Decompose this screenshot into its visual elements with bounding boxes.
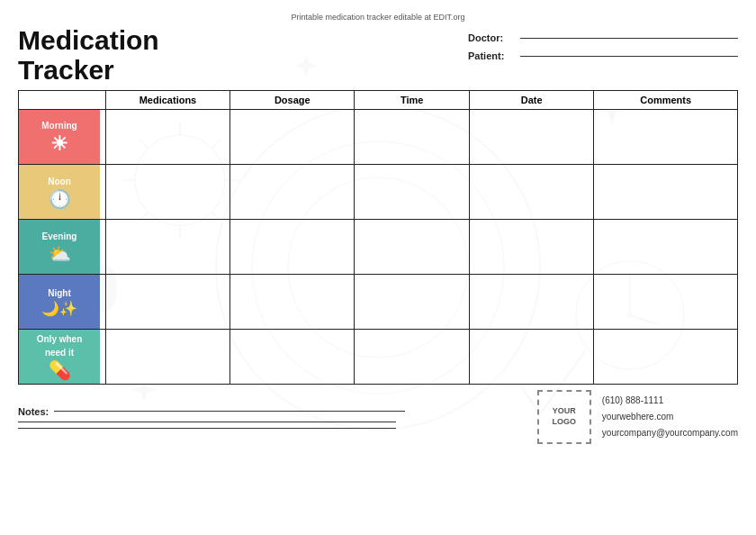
notes-section: Notes: (18, 406, 537, 429)
header-time: Time (355, 91, 470, 110)
time-icon-morning: ☀ (50, 134, 68, 154)
time-icon-noon: 🕛 (49, 190, 71, 208)
doctor-patient-section: Doctor: Patient: (468, 25, 738, 61)
data-cell-morning-0 (105, 110, 230, 165)
time-label-evening: Evening ⛅ (19, 220, 100, 274)
patient-row: Patient: (468, 50, 738, 61)
data-cell-evening-3 (470, 220, 594, 275)
contact-phone: (610) 888-1111 (602, 393, 738, 409)
data-cell-noon-3 (470, 165, 594, 220)
notes-first-line (54, 411, 405, 412)
header-date: Date (470, 91, 594, 110)
data-cell-only-when-2 (355, 330, 470, 385)
time-icon-night: 🌙✨ (41, 302, 77, 316)
patient-label: Patient: (468, 50, 513, 61)
logo-text-line1: YOUR (553, 406, 576, 417)
title-block: MedicationTracker (18, 25, 159, 85)
data-cell-noon-0 (105, 165, 230, 220)
time-name-night: Night (48, 288, 71, 298)
patient-line (520, 56, 738, 57)
time-name-morning: Morning (41, 121, 76, 131)
notes-extra-lines (18, 422, 537, 429)
doctor-row: Doctor: (468, 32, 738, 43)
data-cell-morning-2 (355, 110, 470, 165)
header-comments: Comments (594, 91, 738, 110)
doctor-line (520, 38, 738, 39)
time-cell-only-when: Only when need it 💊 (19, 330, 106, 385)
data-cell-noon-1 (230, 165, 355, 220)
page-title: MedicationTracker (18, 25, 159, 85)
time-cell-noon: Noon 🕛 (19, 165, 106, 220)
time-label-morning: Morning ☀ (19, 110, 100, 164)
contact-email: yourcompany@yourcompany.com (602, 425, 738, 441)
data-cell-evening-0 (105, 220, 230, 275)
logo-contact: YOUR LOGO (610) 888-1111 yourwebhere.com… (537, 390, 738, 444)
contact-website: yourwebhere.com (602, 409, 738, 425)
data-cell-noon-4 (594, 165, 738, 220)
contact-info: (610) 888-1111 yourwebhere.com yourcompa… (602, 393, 738, 441)
time-label-noon: Noon 🕛 (19, 165, 100, 219)
data-cell-evening-1 (230, 220, 355, 275)
data-cell-evening-2 (355, 220, 470, 275)
time-name-noon: Noon (48, 177, 71, 186)
data-cell-only-when-0 (105, 330, 230, 385)
header-dosage: Dosage (230, 91, 355, 110)
notes-line-2 (18, 422, 396, 422)
header-empty (19, 91, 106, 110)
footer: Notes: YOUR LOGO (610) 888-1111 yourwebh… (18, 390, 738, 444)
time-label-night: Night 🌙✨ (19, 275, 100, 329)
data-cell-morning-1 (230, 110, 355, 165)
time-label-only-when: Only when need it 💊 (19, 330, 100, 384)
notes-line-3 (18, 428, 396, 429)
notes-label-row: Notes: (18, 406, 537, 417)
data-cell-noon-2 (355, 165, 470, 220)
header-medications: Medications (105, 91, 230, 110)
data-cell-night-0 (105, 275, 230, 330)
time-cell-night: Night 🌙✨ (19, 275, 106, 330)
time-name-evening: Evening (42, 231, 77, 241)
doctor-label: Doctor: (468, 32, 513, 43)
logo-text-line2: LOGO (553, 417, 577, 428)
data-cell-only-when-3 (470, 330, 594, 385)
header-row: MedicationTracker Doctor: Patient: (18, 25, 738, 85)
data-cell-night-3 (470, 275, 594, 330)
data-cell-night-2 (355, 275, 470, 330)
time-icon-only-when: 💊 (49, 361, 71, 379)
logo-box: YOUR LOGO (537, 390, 591, 444)
data-cell-night-4 (594, 275, 738, 330)
time-cell-evening: Evening ⛅ (19, 220, 106, 275)
time-name-only-when: Only when (37, 334, 83, 344)
notes-label: Notes: (18, 406, 49, 417)
time-icon-evening: ⛅ (49, 245, 71, 263)
data-cell-morning-4 (594, 110, 738, 165)
data-cell-only-when-4 (594, 330, 738, 385)
time-subname-only-when: need it (45, 348, 74, 358)
medication-table: Medications Dosage Time Date Comments Mo… (18, 90, 738, 385)
top-bar: Printable medication tracker editable at… (18, 13, 738, 22)
data-cell-morning-3 (470, 110, 594, 165)
data-cell-only-when-1 (230, 330, 355, 385)
data-cell-night-1 (230, 275, 355, 330)
data-cell-evening-4 (594, 220, 738, 275)
time-cell-morning: Morning ☀ (19, 110, 106, 165)
page: Printable medication tracker editable at… (0, 0, 756, 535)
